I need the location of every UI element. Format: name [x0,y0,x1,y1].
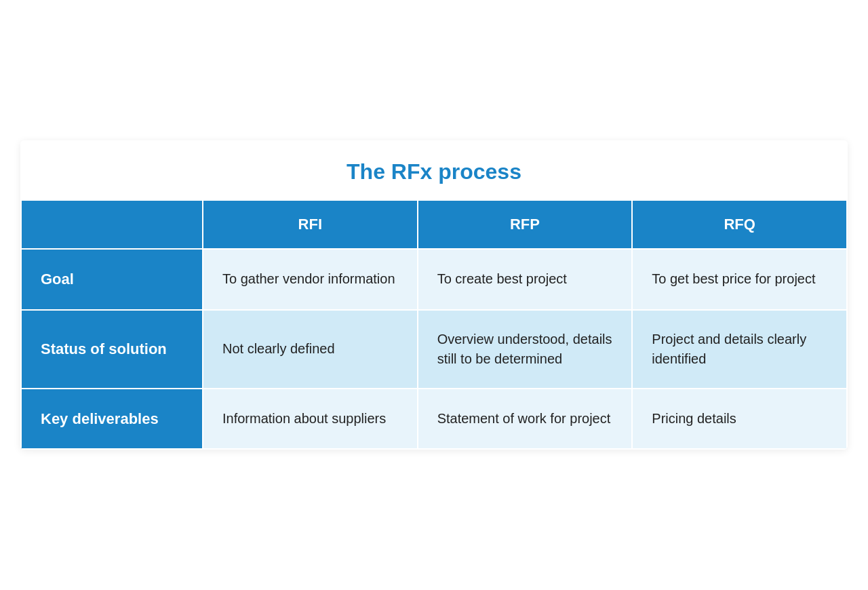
header-rfp: RFP [418,200,633,249]
table-row: Key deliverables Information about suppl… [21,389,847,450]
row-label-status: Status of solution [21,310,203,389]
deliverables-rfp-cell: Statement of work for project [418,389,633,450]
goal-rfi-cell: To gather vendor information [203,249,418,310]
table-row: Goal To gather vendor information To cre… [21,249,847,310]
header-empty [21,200,203,249]
page-title: The RFx process [34,159,834,184]
deliverables-rfq-cell: Pricing details [632,389,847,450]
status-rfq-cell: Project and details clearly identified [632,310,847,389]
table-row: Status of solution Not clearly defined O… [21,310,847,389]
rfx-table: RFI RFP RFQ Goal To gather vendor inform… [20,199,848,450]
row-label-goal: Goal [21,249,203,310]
header-rfi: RFI [203,200,418,249]
status-rfi-cell: Not clearly defined [203,310,418,389]
goal-rfq-cell: To get best price for project [632,249,847,310]
rfx-table-container: The RFx process RFI RFP RFQ Goal To gath… [20,140,848,450]
status-rfp-cell: Overview understood, details still to be… [418,310,633,389]
table-header-row: RFI RFP RFQ [21,200,847,249]
deliverables-rfi-cell: Information about suppliers [203,389,418,450]
goal-rfp-cell: To create best project [418,249,633,310]
title-section: The RFx process [20,140,848,199]
row-label-deliverables: Key deliverables [21,389,203,450]
header-rfq: RFQ [632,200,847,249]
